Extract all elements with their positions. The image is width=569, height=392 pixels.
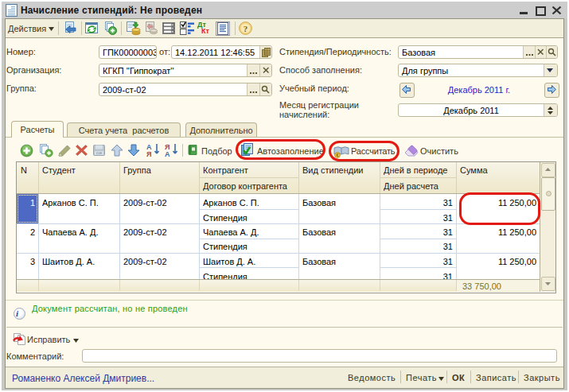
svg-text:Я: Я bbox=[146, 150, 151, 157]
svg-text:А: А bbox=[165, 150, 170, 157]
svg-text:?: ? bbox=[244, 24, 248, 33]
svg-text:сок: сок bbox=[96, 151, 102, 155]
